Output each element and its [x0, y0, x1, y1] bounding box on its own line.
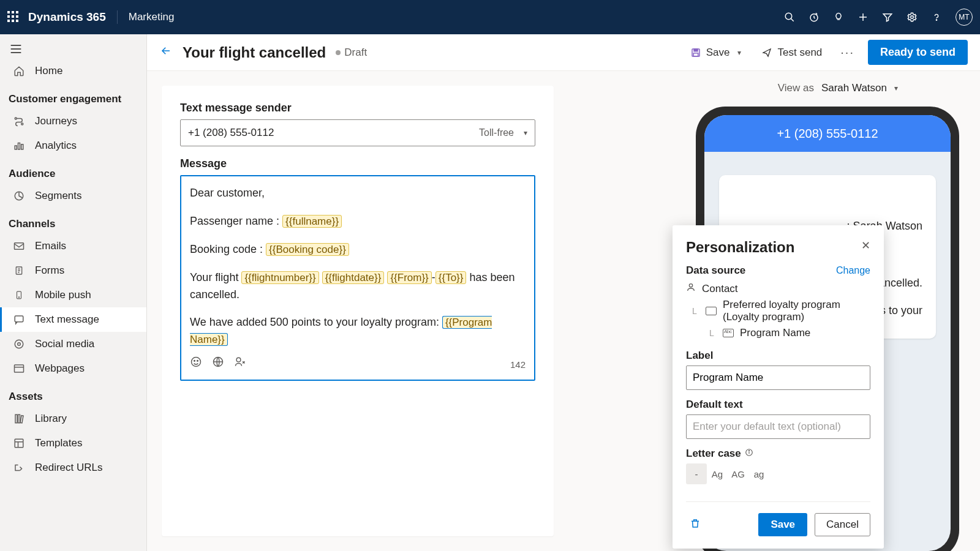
timer-icon[interactable]: [809, 12, 820, 23]
label-input[interactable]: [686, 365, 870, 390]
tree-root[interactable]: Contact: [686, 280, 870, 297]
status-badge: Draft: [336, 47, 367, 59]
test-send-label: Test send: [778, 47, 823, 59]
tree-mid[interactable]: L Preferred loyalty program (Loyalty pro…: [686, 297, 870, 325]
forms-icon: [13, 264, 25, 277]
section-channels: Channels: [0, 208, 146, 234]
label-field-label: Label: [686, 350, 870, 362]
token-from[interactable]: {{From}}: [387, 271, 431, 284]
user-avatar[interactable]: MT: [956, 9, 973, 26]
nav-segments[interactable]: Segments: [0, 184, 146, 208]
svg-rect-14: [21, 144, 23, 149]
svg-rect-30: [20, 416, 23, 423]
case-title[interactable]: Ag: [707, 463, 728, 484]
chevron-down-icon: ▾: [894, 84, 898, 92]
token-fullname[interactable]: {{fullname}}: [282, 215, 342, 228]
redirect-icon: [13, 462, 25, 474]
ready-to-send-button[interactable]: Ready to send: [868, 40, 968, 65]
case-lower[interactable]: ag: [748, 463, 769, 484]
letter-case-label: Letter case: [686, 448, 870, 460]
nav-redirect-urls[interactable]: Redirect URLs: [0, 455, 146, 480]
sender-select[interactable]: +1 (208) 555-0112 Toll-free ▾: [180, 119, 535, 146]
svg-rect-29: [18, 414, 20, 423]
search-icon[interactable]: [784, 12, 795, 23]
plus-icon[interactable]: [858, 12, 869, 23]
lightbulb-icon[interactable]: [833, 12, 844, 23]
message-textarea[interactable]: Dear customer, Passenger name : {{fullna…: [180, 175, 535, 381]
emoji-icon[interactable]: [190, 356, 202, 373]
section-audience: Audience: [0, 158, 146, 184]
module-title: Marketing: [129, 11, 175, 23]
more-menu-icon[interactable]: ···: [837, 45, 858, 59]
tree-branch-icon: L: [692, 306, 699, 316]
tree-leaf[interactable]: L Program Name: [686, 325, 870, 341]
nav-library[interactable]: Library: [0, 407, 146, 431]
case-upper[interactable]: AG: [728, 463, 748, 484]
tree-mid-label: Preferred loyalty program (Loyalty progr…: [723, 299, 870, 323]
nav-webpages[interactable]: Webpages: [0, 356, 146, 381]
case-none[interactable]: -: [686, 463, 707, 484]
email-icon: [13, 240, 25, 252]
test-send-button[interactable]: Test send: [756, 43, 827, 62]
tree-branch-icon: L: [709, 328, 717, 338]
tree-leaf-label: Program Name: [740, 327, 810, 339]
person-icon: [686, 282, 696, 295]
svg-point-42: [236, 358, 241, 362]
data-source-label: Data source: [686, 264, 745, 277]
svg-point-38: [192, 358, 201, 367]
svg-rect-28: [15, 414, 17, 423]
tree-root-label: Contact: [702, 283, 738, 295]
nav-analytics[interactable]: Analytics: [0, 133, 146, 158]
nav-text-message[interactable]: Text message: [0, 307, 146, 332]
filter-icon[interactable]: [882, 12, 893, 23]
panel-cancel-button[interactable]: Cancel: [815, 513, 870, 536]
nav-home[interactable]: Home: [0, 59, 146, 83]
view-as-selector[interactable]: View as Sarah Watson ▾: [778, 82, 898, 94]
mobile-icon: [13, 289, 25, 301]
nav-social-media[interactable]: Social media: [0, 332, 146, 356]
brand-title: Dynamics 365: [28, 10, 106, 24]
home-icon: [13, 65, 25, 77]
segments-icon: [13, 190, 25, 202]
library-icon: [13, 413, 25, 425]
personalize-icon[interactable]: [234, 356, 246, 373]
page-title: Your flight cancelled: [183, 44, 326, 61]
status-text: Draft: [344, 47, 367, 59]
svg-rect-13: [18, 143, 20, 150]
page-header: Your flight cancelled Draft Save ▾ Test …: [147, 34, 980, 71]
svg-point-22: [18, 297, 19, 298]
help-icon[interactable]: [931, 12, 942, 23]
message-body[interactable]: Dear customer, Passenger name : {{fullna…: [190, 185, 526, 352]
token-to[interactable]: {{To}}: [435, 271, 467, 284]
back-arrow-icon[interactable]: [159, 45, 173, 59]
msg-passenger-prefix: Passenger name :: [190, 215, 282, 227]
nav-templates[interactable]: Templates: [0, 431, 146, 455]
status-dot-icon: [336, 50, 341, 55]
nav-journeys[interactable]: Journeys: [0, 109, 146, 133]
globe-icon[interactable]: [212, 356, 224, 373]
letter-case-options: - Ag AG ag: [686, 463, 870, 484]
gear-icon[interactable]: [907, 12, 918, 23]
message-label: Message: [180, 157, 535, 170]
token-flightdate[interactable]: {{flightdate}}: [322, 271, 385, 284]
save-button[interactable]: Save ▾: [685, 43, 746, 62]
svg-point-0: [785, 13, 792, 20]
app-launcher-icon[interactable]: [7, 11, 20, 23]
nav-emails[interactable]: Emails: [0, 234, 146, 258]
svg-rect-16: [15, 243, 24, 250]
analytics-icon: [13, 140, 25, 152]
info-icon[interactable]: [745, 448, 753, 460]
nav-journeys-label: Journeys: [35, 115, 77, 127]
nav-mobile-push[interactable]: Mobile push: [0, 283, 146, 307]
svg-point-6: [936, 20, 937, 20]
change-data-source-link[interactable]: Change: [836, 265, 870, 276]
delete-token-button[interactable]: [686, 515, 704, 535]
default-text-input[interactable]: [686, 414, 870, 439]
panel-save-button[interactable]: Save: [758, 513, 807, 536]
token-flightnumber[interactable]: {{flightnumber}}: [241, 271, 318, 284]
nav-forms[interactable]: Forms: [0, 258, 146, 283]
token-booking-code[interactable]: {{Booking code}}: [266, 243, 349, 256]
panel-title: Personalization: [686, 239, 794, 256]
close-icon[interactable]: ✕: [861, 239, 870, 252]
hamburger-icon[interactable]: [0, 39, 146, 59]
